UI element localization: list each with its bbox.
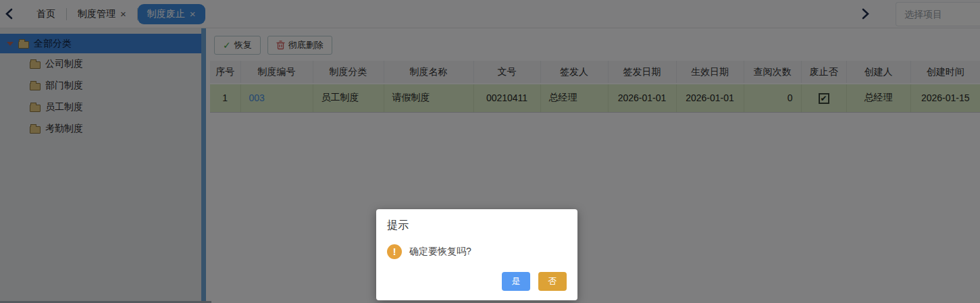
app-window: 首页 制度管理 × 制度废止 × 全部分类 <box>0 0 980 303</box>
dialog-title: 提示 <box>387 219 567 233</box>
warning-icon: ! <box>387 244 402 259</box>
dialog-message: 确定要恢复吗? <box>409 246 471 258</box>
yes-button[interactable]: 是 <box>502 272 530 291</box>
dialog-footer: 是 否 <box>502 272 567 291</box>
confirm-dialog: 提示 ! 确定要恢复吗? 是 否 <box>376 209 577 300</box>
dialog-body: ! 确定要恢复吗? <box>387 244 567 259</box>
no-button[interactable]: 否 <box>538 272 567 291</box>
